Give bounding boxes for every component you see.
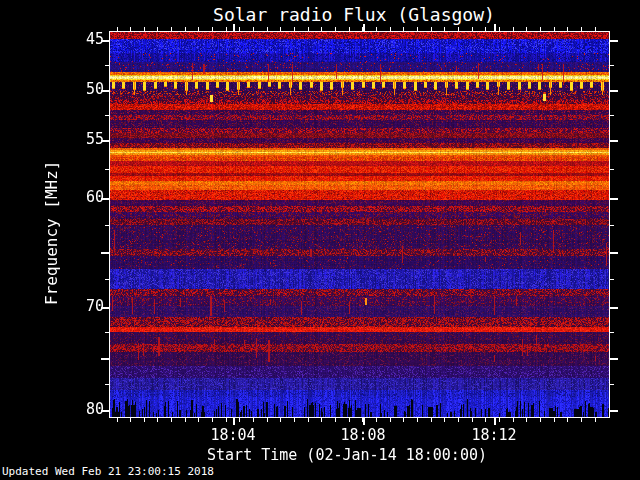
axis-tick [610,169,614,170]
x-tick-label: 18:04 [203,427,263,444]
y-tick-label: 55 [60,131,104,148]
axis-tick [610,307,618,309]
axis-tick [390,27,391,31]
axis-tick [610,384,614,385]
axis-tick [171,27,172,31]
axis-tick [101,252,109,254]
axis-tick [294,27,295,31]
axis-tick [233,24,235,31]
spectrogram-screen: Solar radio Flux (Glasgow) 455055607080 … [0,0,640,480]
axis-tick [130,418,131,422]
x-tick-label: 18:08 [333,427,393,444]
axis-tick [567,27,568,31]
axis-tick [105,332,109,333]
axis-tick [610,65,614,66]
update-timestamp: Updated Wed Feb 21 23:00:15 2018 [2,465,214,478]
axis-tick [280,418,281,422]
axis-tick [610,198,618,200]
axis-tick [105,279,109,280]
axis-tick [499,418,500,422]
axis-tick [485,27,486,31]
axis-tick [540,418,541,422]
y-tick-label: 70 [60,298,104,315]
axis-tick [233,418,235,425]
axis-tick [294,418,295,422]
axis-tick [144,418,145,422]
x-axis-title: Start Time (02-Jan-14 18:00:00) [97,446,597,464]
axis-tick [321,27,322,31]
axis-tick [130,27,131,31]
axis-tick [335,418,336,422]
axis-tick [198,418,199,422]
axis-tick [610,358,618,360]
axis-tick [458,418,459,422]
axis-tick [105,65,109,66]
axis-tick [267,27,268,31]
axis-tick [554,27,555,31]
y-tick-label: 60 [60,189,104,206]
axis-tick [157,27,158,31]
axis-tick [253,418,254,422]
axis-tick [105,115,109,116]
axis-tick [212,27,213,31]
axis-tick [444,27,445,31]
axis-tick [485,418,486,422]
axis-tick [444,418,445,422]
axis-tick [610,40,618,42]
axis-tick [526,418,527,422]
axis-tick [526,27,527,31]
axis-tick [494,24,496,31]
axis-tick [610,279,614,280]
axis-tick [431,418,432,422]
y-tick-label: 45 [60,31,104,48]
axis-tick [610,115,614,116]
axis-tick [105,225,109,226]
axis-tick [472,27,473,31]
axis-tick [105,384,109,385]
axis-tick [185,418,186,422]
axis-tick [144,27,145,31]
y-tick-label: 50 [60,81,104,98]
axis-tick [403,27,404,31]
axis-tick [363,418,365,425]
axis-tick [185,27,186,31]
axis-tick [610,410,618,412]
axis-tick [226,27,227,31]
axis-tick [363,24,365,31]
spectrogram-canvas [110,32,609,417]
axis-tick [458,27,459,31]
axis-tick [198,27,199,31]
axis-tick [499,27,500,31]
axis-tick [417,418,418,422]
axis-tick [335,27,336,31]
axis-tick [253,27,254,31]
axis-tick [239,418,240,422]
axis-tick [280,27,281,31]
axis-tick [581,418,582,422]
axis-tick [595,27,596,31]
axis-tick [595,418,596,422]
axis-tick [390,418,391,422]
axis-tick [157,418,158,422]
y-tick-label: 80 [60,401,104,418]
axis-tick [117,418,118,422]
axis-tick [513,27,514,31]
axis-tick [567,418,568,422]
y-axis-title: Frequency [MHz] [42,145,64,320]
axis-tick [554,418,555,422]
axis-tick [431,27,432,31]
axis-tick [376,418,377,422]
axis-tick [105,169,109,170]
axis-tick [610,90,618,92]
axis-tick [540,27,541,31]
axis-tick [308,27,309,31]
axis-tick [117,27,118,31]
axis-tick [610,140,618,142]
axis-tick [472,418,473,422]
axis-tick [239,27,240,31]
axis-tick [610,225,614,226]
axis-tick [610,332,614,333]
axis-tick [321,418,322,422]
axis-tick [267,418,268,422]
axis-tick [610,252,618,254]
